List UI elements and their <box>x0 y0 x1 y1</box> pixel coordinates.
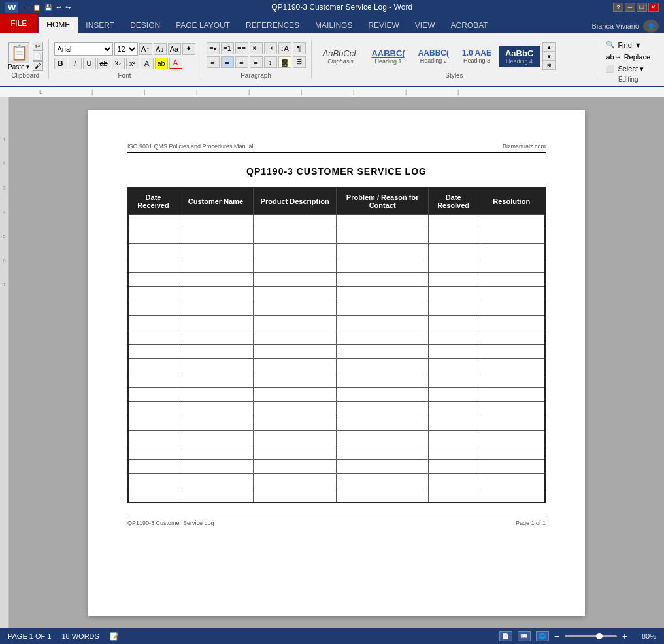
table-cell[interactable] <box>478 287 545 301</box>
table-cell[interactable] <box>478 359 545 373</box>
tab-home[interactable]: HOME <box>39 17 78 33</box>
table-cell[interactable] <box>478 244 545 258</box>
read-mode-btn[interactable]: 📖 <box>518 631 531 641</box>
tab-view[interactable]: VIEW <box>407 18 443 33</box>
replace-button[interactable]: ab→ Replace <box>603 52 654 62</box>
table-cell[interactable] <box>428 316 478 330</box>
table-cell[interactable] <box>337 488 428 503</box>
highlight-btn[interactable]: ab <box>155 58 168 69</box>
font-size-select[interactable]: 12 <box>114 42 138 56</box>
table-cell[interactable] <box>128 258 178 273</box>
styles-scroll-up[interactable]: ▲ <box>542 42 556 52</box>
table-cell[interactable] <box>253 474 337 488</box>
select-button[interactable]: ⬜ Select ▾ <box>603 63 647 75</box>
table-cell[interactable] <box>178 416 254 431</box>
increase-indent-btn[interactable]: ⇥ <box>264 42 277 54</box>
table-cell[interactable] <box>128 373 178 388</box>
window-controls[interactable]: ? ─ ❐ ✕ <box>613 3 659 12</box>
table-cell[interactable] <box>253 402 337 416</box>
tab-file[interactable]: FILE <box>0 14 37 33</box>
table-cell[interactable] <box>128 445 178 460</box>
table-cell[interactable] <box>253 460 337 474</box>
tab-insert[interactable]: INSERT <box>78 18 122 33</box>
table-cell[interactable] <box>128 431 178 445</box>
table-cell[interactable] <box>128 316 178 330</box>
table-cell[interactable] <box>128 244 178 258</box>
show-para-btn[interactable]: ¶ <box>293 42 306 54</box>
table-cell[interactable] <box>178 488 254 503</box>
table-cell[interactable] <box>178 460 254 474</box>
table-cell[interactable] <box>178 431 254 445</box>
table-cell[interactable] <box>478 316 545 330</box>
subscript-btn[interactable]: x₂ <box>112 58 125 69</box>
table-cell[interactable] <box>128 273 178 287</box>
table-cell[interactable] <box>253 287 337 301</box>
table-cell[interactable] <box>428 373 478 388</box>
table-cell[interactable] <box>428 359 478 373</box>
table-cell[interactable] <box>128 460 178 474</box>
table-cell[interactable] <box>178 445 254 460</box>
table-cell[interactable] <box>428 244 478 258</box>
text-effect-btn[interactable]: A <box>141 58 154 69</box>
table-cell[interactable] <box>478 229 545 244</box>
table-cell[interactable] <box>128 474 178 488</box>
style-heading2[interactable]: AABBC( Heading 2 <box>412 46 455 66</box>
format-painter-button[interactable]: 🖌 <box>33 61 43 71</box>
tab-acrobat[interactable]: ACROBAT <box>442 18 495 33</box>
minimize-btn[interactable]: ─ <box>625 3 635 12</box>
strikethrough-btn[interactable]: ab <box>97 58 110 69</box>
table-cell[interactable] <box>128 330 178 345</box>
italic-btn[interactable]: I <box>69 58 82 69</box>
table-cell[interactable] <box>178 345 254 359</box>
table-cell[interactable] <box>253 345 337 359</box>
language-icon[interactable]: 📝 <box>110 632 119 641</box>
styles-scroll-down[interactable]: ▼ <box>542 52 556 61</box>
table-cell[interactable] <box>253 273 337 287</box>
style-heading1[interactable]: AABBC( Heading 1 <box>365 46 410 67</box>
table-cell[interactable] <box>478 402 545 416</box>
table-cell[interactable] <box>428 287 478 301</box>
table-cell[interactable] <box>428 229 478 244</box>
zoom-slider[interactable] <box>565 635 617 637</box>
zoom-in-btn[interactable]: + <box>622 631 627 641</box>
table-cell[interactable] <box>128 488 178 503</box>
table-cell[interactable] <box>478 388 545 402</box>
table-cell[interactable] <box>337 229 428 244</box>
table-cell[interactable] <box>178 316 254 330</box>
table-cell[interactable] <box>337 373 428 388</box>
table-cell[interactable] <box>178 359 254 373</box>
font-family-select[interactable]: Arial <box>54 42 113 56</box>
table-cell[interactable] <box>478 373 545 388</box>
table-cell[interactable] <box>178 244 254 258</box>
styles-expand[interactable]: ⊞ <box>542 61 556 70</box>
font-color-btn[interactable]: A <box>169 58 182 69</box>
style-heading3[interactable]: 1.0 AAE Heading 3 <box>456 46 497 66</box>
table-cell[interactable] <box>478 258 545 273</box>
table-cell[interactable] <box>428 445 478 460</box>
table-cell[interactable] <box>253 229 337 244</box>
table-cell[interactable] <box>178 373 254 388</box>
table-cell[interactable] <box>428 402 478 416</box>
superscript-btn[interactable]: x² <box>126 58 139 69</box>
table-cell[interactable] <box>337 330 428 345</box>
table-cell[interactable] <box>178 388 254 402</box>
table-cell[interactable] <box>253 488 337 503</box>
table-cell[interactable] <box>253 416 337 431</box>
style-heading4[interactable]: AaBbC Heading 4 <box>499 46 540 67</box>
change-case-btn[interactable]: Aa <box>168 43 181 55</box>
table-cell[interactable] <box>128 345 178 359</box>
tab-review[interactable]: REVIEW <box>360 18 407 33</box>
copy-button[interactable]: 📄 <box>33 52 43 61</box>
table-cell[interactable] <box>337 460 428 474</box>
table-cell[interactable] <box>178 301 254 316</box>
table-cell[interactable] <box>478 416 545 431</box>
table-cell[interactable] <box>337 244 428 258</box>
table-cell[interactable] <box>478 273 545 287</box>
table-cell[interactable] <box>428 416 478 431</box>
borders-btn[interactable]: ⊞ <box>293 56 306 68</box>
tab-design[interactable]: DESIGN <box>122 18 168 33</box>
table-cell[interactable] <box>128 287 178 301</box>
clear-format-btn[interactable]: ✦ <box>182 43 195 55</box>
table-cell[interactable] <box>253 258 337 273</box>
table-cell[interactable] <box>337 287 428 301</box>
